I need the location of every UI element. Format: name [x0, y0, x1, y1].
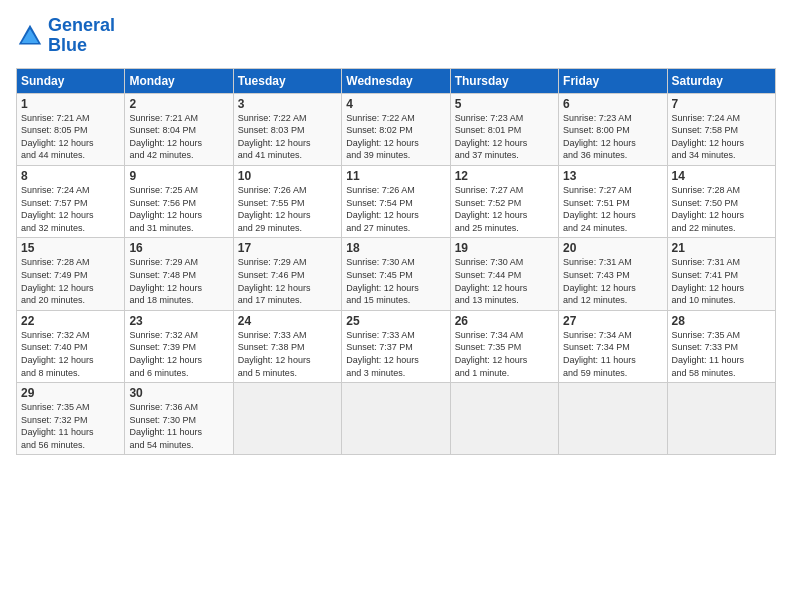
column-header-tuesday: Tuesday — [233, 68, 341, 93]
week-row-1: 1Sunrise: 7:21 AM Sunset: 8:05 PM Daylig… — [17, 93, 776, 165]
calendar-cell: 4Sunrise: 7:22 AM Sunset: 8:02 PM Daylig… — [342, 93, 450, 165]
calendar-cell — [559, 383, 667, 455]
week-row-5: 29Sunrise: 7:35 AM Sunset: 7:32 PM Dayli… — [17, 383, 776, 455]
column-header-wednesday: Wednesday — [342, 68, 450, 93]
calendar-cell: 15Sunrise: 7:28 AM Sunset: 7:49 PM Dayli… — [17, 238, 125, 310]
day-number: 20 — [563, 241, 662, 255]
day-info: Sunrise: 7:33 AM Sunset: 7:37 PM Dayligh… — [346, 329, 445, 379]
day-info: Sunrise: 7:23 AM Sunset: 8:01 PM Dayligh… — [455, 112, 554, 162]
day-number: 17 — [238, 241, 337, 255]
day-info: Sunrise: 7:26 AM Sunset: 7:54 PM Dayligh… — [346, 184, 445, 234]
day-info: Sunrise: 7:26 AM Sunset: 7:55 PM Dayligh… — [238, 184, 337, 234]
column-header-thursday: Thursday — [450, 68, 558, 93]
day-info: Sunrise: 7:24 AM Sunset: 7:57 PM Dayligh… — [21, 184, 120, 234]
day-number: 15 — [21, 241, 120, 255]
day-number: 29 — [21, 386, 120, 400]
column-header-sunday: Sunday — [17, 68, 125, 93]
calendar-cell — [233, 383, 341, 455]
day-info: Sunrise: 7:33 AM Sunset: 7:38 PM Dayligh… — [238, 329, 337, 379]
calendar-cell: 6Sunrise: 7:23 AM Sunset: 8:00 PM Daylig… — [559, 93, 667, 165]
calendar-cell: 21Sunrise: 7:31 AM Sunset: 7:41 PM Dayli… — [667, 238, 775, 310]
calendar-cell: 13Sunrise: 7:27 AM Sunset: 7:51 PM Dayli… — [559, 165, 667, 237]
day-info: Sunrise: 7:32 AM Sunset: 7:40 PM Dayligh… — [21, 329, 120, 379]
column-header-monday: Monday — [125, 68, 233, 93]
day-number: 13 — [563, 169, 662, 183]
calendar-cell: 14Sunrise: 7:28 AM Sunset: 7:50 PM Dayli… — [667, 165, 775, 237]
calendar-cell: 5Sunrise: 7:23 AM Sunset: 8:01 PM Daylig… — [450, 93, 558, 165]
day-info: Sunrise: 7:27 AM Sunset: 7:51 PM Dayligh… — [563, 184, 662, 234]
day-number: 28 — [672, 314, 771, 328]
day-number: 27 — [563, 314, 662, 328]
logo-icon — [16, 22, 44, 50]
day-info: Sunrise: 7:31 AM Sunset: 7:43 PM Dayligh… — [563, 256, 662, 306]
calendar-cell: 30Sunrise: 7:36 AM Sunset: 7:30 PM Dayli… — [125, 383, 233, 455]
calendar-cell: 18Sunrise: 7:30 AM Sunset: 7:45 PM Dayli… — [342, 238, 450, 310]
column-header-friday: Friday — [559, 68, 667, 93]
day-number: 11 — [346, 169, 445, 183]
day-number: 19 — [455, 241, 554, 255]
day-info: Sunrise: 7:36 AM Sunset: 7:30 PM Dayligh… — [129, 401, 228, 451]
calendar-cell: 24Sunrise: 7:33 AM Sunset: 7:38 PM Dayli… — [233, 310, 341, 382]
calendar-cell: 19Sunrise: 7:30 AM Sunset: 7:44 PM Dayli… — [450, 238, 558, 310]
calendar-cell: 12Sunrise: 7:27 AM Sunset: 7:52 PM Dayli… — [450, 165, 558, 237]
calendar-cell: 22Sunrise: 7:32 AM Sunset: 7:40 PM Dayli… — [17, 310, 125, 382]
calendar-cell: 3Sunrise: 7:22 AM Sunset: 8:03 PM Daylig… — [233, 93, 341, 165]
day-info: Sunrise: 7:34 AM Sunset: 7:35 PM Dayligh… — [455, 329, 554, 379]
day-number: 26 — [455, 314, 554, 328]
day-info: Sunrise: 7:32 AM Sunset: 7:39 PM Dayligh… — [129, 329, 228, 379]
day-info: Sunrise: 7:29 AM Sunset: 7:46 PM Dayligh… — [238, 256, 337, 306]
calendar-cell: 9Sunrise: 7:25 AM Sunset: 7:56 PM Daylig… — [125, 165, 233, 237]
calendar-cell: 11Sunrise: 7:26 AM Sunset: 7:54 PM Dayli… — [342, 165, 450, 237]
day-number: 8 — [21, 169, 120, 183]
day-number: 10 — [238, 169, 337, 183]
day-info: Sunrise: 7:30 AM Sunset: 7:44 PM Dayligh… — [455, 256, 554, 306]
calendar-cell: 8Sunrise: 7:24 AM Sunset: 7:57 PM Daylig… — [17, 165, 125, 237]
day-info: Sunrise: 7:31 AM Sunset: 7:41 PM Dayligh… — [672, 256, 771, 306]
calendar-cell: 17Sunrise: 7:29 AM Sunset: 7:46 PM Dayli… — [233, 238, 341, 310]
calendar-cell: 7Sunrise: 7:24 AM Sunset: 7:58 PM Daylig… — [667, 93, 775, 165]
calendar-cell: 27Sunrise: 7:34 AM Sunset: 7:34 PM Dayli… — [559, 310, 667, 382]
calendar-cell: 20Sunrise: 7:31 AM Sunset: 7:43 PM Dayli… — [559, 238, 667, 310]
calendar-cell: 28Sunrise: 7:35 AM Sunset: 7:33 PM Dayli… — [667, 310, 775, 382]
day-info: Sunrise: 7:22 AM Sunset: 8:02 PM Dayligh… — [346, 112, 445, 162]
day-number: 2 — [129, 97, 228, 111]
day-info: Sunrise: 7:29 AM Sunset: 7:48 PM Dayligh… — [129, 256, 228, 306]
day-info: Sunrise: 7:23 AM Sunset: 8:00 PM Dayligh… — [563, 112, 662, 162]
week-row-2: 8Sunrise: 7:24 AM Sunset: 7:57 PM Daylig… — [17, 165, 776, 237]
calendar-cell: 26Sunrise: 7:34 AM Sunset: 7:35 PM Dayli… — [450, 310, 558, 382]
day-number: 22 — [21, 314, 120, 328]
calendar-cell — [450, 383, 558, 455]
day-number: 1 — [21, 97, 120, 111]
day-info: Sunrise: 7:30 AM Sunset: 7:45 PM Dayligh… — [346, 256, 445, 306]
week-row-3: 15Sunrise: 7:28 AM Sunset: 7:49 PM Dayli… — [17, 238, 776, 310]
day-info: Sunrise: 7:21 AM Sunset: 8:05 PM Dayligh… — [21, 112, 120, 162]
calendar-cell: 16Sunrise: 7:29 AM Sunset: 7:48 PM Dayli… — [125, 238, 233, 310]
calendar-cell: 2Sunrise: 7:21 AM Sunset: 8:04 PM Daylig… — [125, 93, 233, 165]
day-info: Sunrise: 7:28 AM Sunset: 7:49 PM Dayligh… — [21, 256, 120, 306]
day-number: 4 — [346, 97, 445, 111]
day-number: 30 — [129, 386, 228, 400]
day-number: 21 — [672, 241, 771, 255]
day-info: Sunrise: 7:28 AM Sunset: 7:50 PM Dayligh… — [672, 184, 771, 234]
day-info: Sunrise: 7:22 AM Sunset: 8:03 PM Dayligh… — [238, 112, 337, 162]
day-number: 18 — [346, 241, 445, 255]
calendar-cell: 29Sunrise: 7:35 AM Sunset: 7:32 PM Dayli… — [17, 383, 125, 455]
day-number: 12 — [455, 169, 554, 183]
day-info: Sunrise: 7:27 AM Sunset: 7:52 PM Dayligh… — [455, 184, 554, 234]
day-number: 5 — [455, 97, 554, 111]
day-info: Sunrise: 7:34 AM Sunset: 7:34 PM Dayligh… — [563, 329, 662, 379]
day-number: 24 — [238, 314, 337, 328]
calendar-body: 1Sunrise: 7:21 AM Sunset: 8:05 PM Daylig… — [17, 93, 776, 455]
calendar-cell — [667, 383, 775, 455]
calendar-cell — [342, 383, 450, 455]
day-number: 6 — [563, 97, 662, 111]
day-number: 7 — [672, 97, 771, 111]
page-header: General Blue — [16, 16, 776, 56]
calendar-cell: 25Sunrise: 7:33 AM Sunset: 7:37 PM Dayli… — [342, 310, 450, 382]
day-info: Sunrise: 7:35 AM Sunset: 7:33 PM Dayligh… — [672, 329, 771, 379]
day-info: Sunrise: 7:35 AM Sunset: 7:32 PM Dayligh… — [21, 401, 120, 451]
day-info: Sunrise: 7:21 AM Sunset: 8:04 PM Dayligh… — [129, 112, 228, 162]
day-number: 9 — [129, 169, 228, 183]
logo-text: General Blue — [48, 16, 115, 56]
calendar-header-row: SundayMondayTuesdayWednesdayThursdayFrid… — [17, 68, 776, 93]
